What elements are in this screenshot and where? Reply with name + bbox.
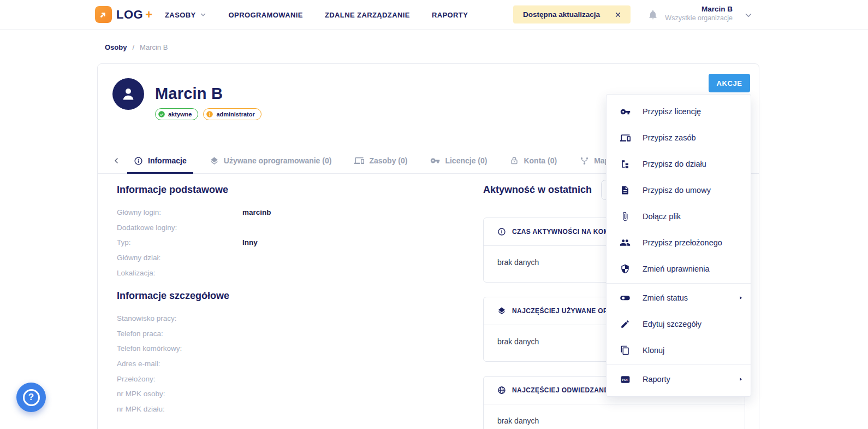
check-circle-icon [158,110,165,118]
field-label: Główny dział: [117,254,242,262]
page-title: Marcin B [155,85,223,103]
submenu-arrow-icon [738,376,744,383]
hierarchy-icon [620,159,631,169]
logo-arrow-icon [95,6,112,23]
menu-item-raporty[interactable]: PDF Raporty [607,366,751,392]
tab-label: Konta (0) [524,156,557,165]
badge-label: aktywne [168,111,192,117]
field-label: Telefon praca: [117,330,242,338]
breadcrumb-osoby-link[interactable]: Osoby [105,43,127,51]
field-label: Typ: [117,238,242,246]
tab-licencje[interactable]: Licencje (0) [424,148,494,173]
breadcrumb: Osoby / Marcin B [105,43,168,51]
menu-item-label: Przypisz przełożonego [643,238,722,247]
nav-label: OPROGRAMOWANIE [229,11,303,19]
update-banner: Dostępna aktualizacja [513,5,631,23]
menu-item-dolacz-plik[interactable]: Dołącz plik [607,203,751,230]
field-label: nr MPK osoby: [117,390,242,398]
person-icon [119,85,138,103]
field-row: nr MPK osoby: [117,386,466,402]
role-badge-administrator: administrator [203,108,261,120]
menu-item-zmien-uprawnienia[interactable]: Zmień uprawnienia [607,256,751,282]
devices-icon [620,133,631,143]
notifications-bell-icon[interactable] [647,9,658,20]
section-title-informacje-podstawowe: Informacje podstawowe [117,184,228,196]
tab-informacje[interactable]: Informacje [127,148,193,173]
field-label: Telefon komórkowy: [117,344,242,352]
activity-card-title: NAJCZĘŚCIEJ ODWIEDZANE ST [512,386,620,394]
logo[interactable]: LOG + [95,6,152,23]
field-row: Dodatkowe loginy: [117,220,466,236]
actions-dropdown-menu: Przypisz licencję Przypisz zasób Przypis… [606,94,751,397]
tab-zasoby[interactable]: Zasoby (0) [348,148,414,173]
logo-text: LOG [116,8,143,22]
tab-label: Używane oprogramowanie (0) [224,156,332,165]
field-value: marcinb [242,208,271,216]
toggle-icon [620,292,631,303]
field-label: Przełożony: [117,375,242,383]
logo-plus: + [145,8,152,22]
menu-item-label: Edytuj szczegóły [643,320,701,328]
menu-item-przypisz-do-dzialu[interactable]: Przypisz do działu [607,151,751,177]
paperclip-icon [620,211,631,221]
section-title-aktywnosc: Aktywność w ostatnich [483,184,592,196]
log-plus-app: LOG + ZASOBY OPROGRAMOWANIE ZDALNE ZARZĄ… [0,0,868,429]
menu-item-przypisz-do-umowy[interactable]: Przypisz do umowy [607,177,751,203]
menu-item-zmien-status[interactable]: Zmień status [607,285,751,311]
pdf-icon: PDF [620,374,631,385]
field-row: Telefon komórkowy: [117,341,466,356]
tabs-scroll-left-icon[interactable] [112,156,121,165]
shield-icon [620,264,631,274]
menu-item-label: Zmień status [643,293,688,302]
field-label: Lokalizacja: [117,269,242,277]
update-banner-label: Dostępna aktualizacja [523,10,600,19]
menu-item-label: Zmień uprawnienia [643,265,710,273]
info-icon [134,156,143,166]
avatar [112,78,144,110]
document-icon [620,185,631,195]
people-icon [620,237,631,248]
menu-item-edytuj-szczegoly[interactable]: Edytuj szczegóły [607,311,751,337]
breadcrumb-separator: / [132,43,134,51]
nav-item-raporty[interactable]: RAPORTY [432,11,468,19]
nav-label: RAPORTY [432,11,468,19]
user-chevron-down-icon[interactable] [744,10,753,20]
nav-item-oprogramowanie[interactable]: OPROGRAMOWANIE [229,11,303,19]
tab-label: Zasoby (0) [369,156,407,165]
field-row: nr MPK działu: [117,402,466,417]
layers-icon [497,307,506,315]
field-row: Główny dział: [117,250,466,266]
nav-item-zdalne-zarzadzanie[interactable]: ZDALNE ZARZĄDZANIE [325,11,410,19]
basic-fields: Główny login:marcinb Dodatkowe loginy: T… [117,205,466,280]
field-row: Adres e-mail: [117,356,466,372]
field-label: Główny login: [117,208,242,216]
help-button[interactable]: ? [16,383,46,412]
tab-uzywane-oprogramowanie[interactable]: Używane oprogramowanie (0) [203,148,338,173]
update-banner-close-button[interactable] [613,10,623,20]
menu-item-przypisz-przelozonego[interactable]: Przypisz przełożonego [607,230,751,256]
field-label: nr MPK działu: [117,405,242,413]
pencil-icon [620,319,631,329]
user-menu[interactable]: Marcin B Wszystkie organizacje [665,5,733,22]
lock-icon [510,156,519,165]
globe-icon [497,386,506,395]
tab-konta[interactable]: Konta (0) [503,148,563,173]
field-row: Lokalizacja: [117,265,466,280]
chevron-down-icon [199,11,207,19]
menu-item-przypisz-licencje[interactable]: Przypisz licencję [607,98,751,125]
tab-label: Informacje [148,156,187,165]
main-nav: ZASOBY OPROGRAMOWANIE ZDALNE ZARZĄDZANIE… [165,0,468,30]
user-organization: Wszystkie organizacje [665,14,733,22]
breadcrumb-current: Marcin B [140,43,168,51]
menu-item-klonuj[interactable]: Klonuj [607,337,751,363]
akcje-button[interactable]: AKCJE [709,74,750,92]
field-row: Stanowisko pracy: [117,311,466,326]
menu-item-label: Przypisz do umowy [643,186,711,195]
menu-item-przypisz-zasob[interactable]: Przypisz zasób [607,125,751,151]
nav-item-zasoby[interactable]: ZASOBY [165,11,207,19]
map-branch-icon [580,156,589,166]
field-row: Typ:Inny [117,235,466,250]
nav-label: ZASOBY [165,11,196,19]
menu-item-label: Klonuj [643,346,664,355]
activity-card-empty: brak danych [484,404,745,429]
